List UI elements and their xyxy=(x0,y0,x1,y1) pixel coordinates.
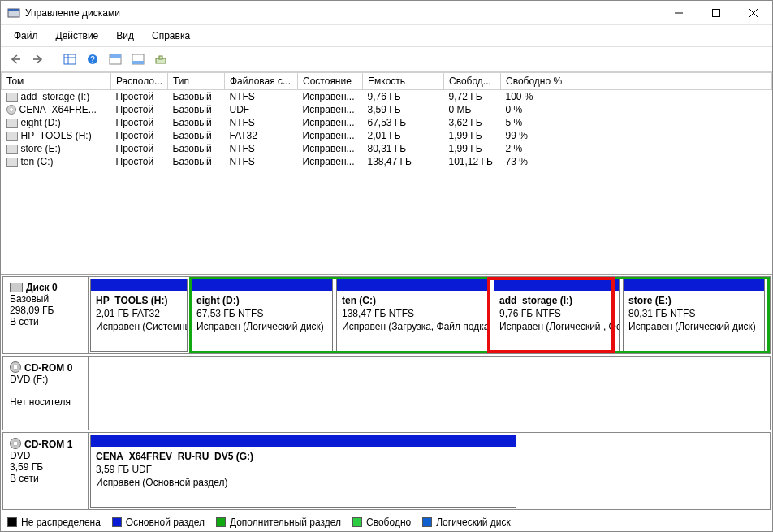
view-list-button[interactable] xyxy=(60,50,80,68)
disk-type: Базовый xyxy=(10,293,81,305)
disk-icon xyxy=(6,145,18,154)
partition-text: ten (C:)138,47 ГБ NTFSИсправен (Загрузка… xyxy=(337,291,490,337)
table-row[interactable]: eight (D:)ПростойБазовыйNTFSИсправен...6… xyxy=(2,116,772,129)
swatch-extended xyxy=(216,517,226,527)
partition-name: CENA_X64FREV_RU-RU_DV5 (G:) xyxy=(96,451,253,462)
menu-view[interactable]: Вид xyxy=(108,28,142,43)
col-layout[interactable]: Располо... xyxy=(111,73,168,90)
col-volume[interactable]: Том xyxy=(2,73,111,90)
partition-status: Исправен (Логический диск) xyxy=(196,321,324,332)
disk-name: CD-ROM 1 xyxy=(24,439,72,450)
svg-text:?: ? xyxy=(90,55,95,64)
disk-state: Нет носителя xyxy=(10,396,81,408)
close-button[interactable] xyxy=(735,1,772,25)
swatch-unalloc xyxy=(7,517,17,527)
disk-map[interactable]: Диск 0 Базовый 298,09 ГБ В сети HP_TOOLS… xyxy=(1,275,772,513)
col-filesystem[interactable]: Файловая с... xyxy=(225,73,298,90)
view-bottom-button[interactable] xyxy=(128,50,148,68)
menu-file[interactable]: Файл xyxy=(6,28,46,43)
partition-text: eight (D:)67,53 ГБ NTFSИсправен (Логичес… xyxy=(192,291,332,337)
disk-type: DVD xyxy=(10,450,81,461)
partition-name: eight (D:) xyxy=(196,295,240,306)
partition-bar xyxy=(494,279,619,291)
disk-name: Диск 0 xyxy=(26,282,58,293)
table-row[interactable]: store (E:)ПростойБазовыйNTFSИсправен...8… xyxy=(2,142,772,155)
partition[interactable]: eight (D:)67,53 ГБ NTFSИсправен (Логичес… xyxy=(191,279,333,352)
disk-row-0[interactable]: Диск 0 Базовый 298,09 ГБ В сети HP_TOOLS… xyxy=(2,276,771,354)
col-status[interactable]: Состояние xyxy=(298,73,363,90)
partition[interactable]: store (E:)80,31 ГБ NTFSИсправен (Логичес… xyxy=(623,279,765,352)
partition-text: HP_TOOLS (H:)2,01 ГБ FAT32Исправен (Сист… xyxy=(91,291,187,337)
partition-text: CENA_X64FREV_RU-RU_DV5 (G:) 3,59 ГБ UDF … xyxy=(91,447,516,493)
titlebar: Управление дисками xyxy=(1,1,772,25)
partition[interactable]: add_storage (I:)9,76 ГБ NTFSИсправен (Ло… xyxy=(494,279,620,352)
table-row[interactable]: CENA_X64FRE...ПростойБазовыйUDFИсправен.… xyxy=(2,103,772,116)
menu-help[interactable]: Справка xyxy=(144,28,198,43)
col-freepct[interactable]: Свободно % xyxy=(501,73,772,90)
disk-size: 298,09 ГБ xyxy=(10,305,81,316)
partition-name: add_storage (I:) xyxy=(499,295,572,306)
disk-row-cd1[interactable]: CD-ROM 1 DVD 3,59 ГБ В сети CENA_X64FREV… xyxy=(2,432,771,510)
partition-cena[interactable]: CENA_X64FREV_RU-RU_DV5 (G:) 3,59 ГБ UDF … xyxy=(90,435,516,508)
window-title: Управление дисками xyxy=(25,7,660,19)
disk-name: CD-ROM 0 xyxy=(24,362,72,374)
partition-bar xyxy=(91,435,516,447)
legend-primary: Основной раздел xyxy=(112,517,205,528)
cd-icon xyxy=(10,361,21,373)
back-button[interactable] xyxy=(6,50,25,68)
legend-free: Свободно xyxy=(352,517,411,528)
maximize-button[interactable] xyxy=(697,1,735,25)
table-row[interactable]: ten (C:)ПростойБазовыйNTFSИсправен...138… xyxy=(2,155,772,168)
col-free[interactable]: Свобод... xyxy=(444,73,501,90)
disk-head-cd0: CD-ROM 0 DVD (F:) Нет носителя xyxy=(3,357,89,430)
table-row[interactable]: add_storage (I:)ПростойБазовыйNTFSИсправ… xyxy=(2,90,772,104)
svg-rect-1 xyxy=(8,9,19,11)
legend-extended: Дополнительный раздел xyxy=(216,517,341,528)
partition-status: Исправен (Загрузка, Файл подкачки) xyxy=(342,321,490,332)
dvd-icon xyxy=(6,105,16,115)
table-row[interactable]: HP_TOOLS (H:)ПростойБазовыйFAT32Исправен… xyxy=(2,129,772,142)
view-top-button[interactable] xyxy=(106,50,125,68)
svg-rect-3 xyxy=(713,9,720,16)
app-icon xyxy=(7,6,20,19)
partition-size: 9,76 ГБ NTFS xyxy=(499,308,561,319)
partition-name: HP_TOOLS (H:) xyxy=(96,295,167,306)
partition[interactable]: ten (C:)138,47 ГБ NTFSИсправен (Загрузка… xyxy=(336,279,490,352)
disk-body-cd1: CENA_X64FREV_RU-RU_DV5 (G:) 3,59 ГБ UDF … xyxy=(89,433,770,509)
partition-status: Исправен (Системный раздел) xyxy=(96,321,187,332)
menu-action[interactable]: Действие xyxy=(48,28,107,43)
minimize-button[interactable] xyxy=(660,1,697,25)
partition-name: ten (C:) xyxy=(342,295,376,306)
disk-head-cd1: CD-ROM 1 DVD 3,59 ГБ В сети xyxy=(3,433,89,509)
disk-state: В сети xyxy=(10,473,81,484)
svg-rect-14 xyxy=(110,54,121,58)
spacer xyxy=(10,385,81,396)
properties-button[interactable] xyxy=(151,50,171,68)
svg-rect-16 xyxy=(132,61,144,64)
cd-icon xyxy=(10,438,21,449)
partition-bar xyxy=(337,279,490,291)
partition[interactable]: HP_TOOLS (H:)2,01 ГБ FAT32Исправен (Сист… xyxy=(90,279,188,352)
partition-bar xyxy=(624,279,764,291)
disk-row-cd0[interactable]: CD-ROM 0 DVD (F:) Нет носителя xyxy=(2,356,771,430)
partition-bar xyxy=(91,279,187,291)
disk-body-cd0 xyxy=(89,357,770,430)
disk-body-0: HP_TOOLS (H:)2,01 ГБ FAT32Исправен (Сист… xyxy=(89,277,770,353)
toolbar: ? xyxy=(1,47,772,72)
volume-list[interactable]: Том Располо... Тип Файловая с... Состоян… xyxy=(1,72,772,275)
disk-size: 3,59 ГБ xyxy=(10,461,81,473)
toolbar-sep xyxy=(54,51,54,67)
partition-status: Исправен (Основной раздел) xyxy=(96,477,227,488)
disk-icon xyxy=(6,158,18,167)
help-button[interactable]: ? xyxy=(83,50,102,68)
legend: Не распределена Основной раздел Дополнит… xyxy=(1,513,772,531)
col-type[interactable]: Тип xyxy=(168,73,225,90)
disk-head-0: Диск 0 Базовый 298,09 ГБ В сети xyxy=(3,277,89,353)
legend-unalloc: Не распределена xyxy=(7,517,101,528)
partition-status: Исправен (Логический , Основной) xyxy=(499,321,619,332)
disk-icon xyxy=(10,283,23,292)
partition-size: 80,31 ГБ NTFS xyxy=(628,308,695,319)
partition-size: 138,47 ГБ NTFS xyxy=(342,308,414,319)
col-capacity[interactable]: Емкость xyxy=(363,73,444,90)
forward-button[interactable] xyxy=(28,50,48,68)
